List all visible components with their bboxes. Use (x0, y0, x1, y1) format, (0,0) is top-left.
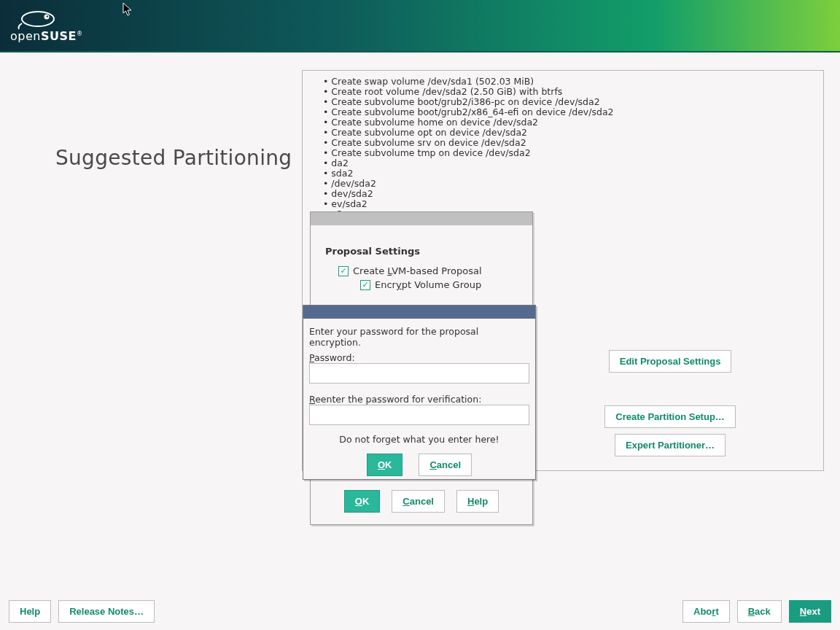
svg-point-2 (47, 15, 48, 17)
partition-item: sda2 (323, 168, 814, 179)
partition-item: Create subvolume srv on device /dev/sda2 (323, 138, 814, 148)
partition-item: Create subvolume tmp on device /dev/sda2 (323, 148, 814, 158)
footer-help-button[interactable]: Help (9, 600, 51, 623)
lvm-proposal-checkbox-row[interactable]: Create LVM-based Proposal (338, 265, 518, 276)
svg-point-0 (22, 12, 54, 26)
partition-item: da2 (323, 158, 814, 168)
footer-release-notes-button[interactable]: Release Notes… (58, 600, 155, 623)
reenter-password-label: Reenter the password for verification: (309, 394, 529, 405)
opensuse-chameleon-icon (10, 9, 58, 31)
encrypt-volume-checkbox[interactable] (360, 280, 370, 290)
brand-text: openSUSE® (10, 29, 82, 43)
footer-bar: Help Release Notes… Abort Back Next (0, 592, 840, 630)
proposal-settings-heading: Proposal Settings (325, 246, 518, 257)
password-prompt: Enter your password for the proposal enc… (309, 326, 529, 348)
partition-item: Create subvolume boot/grub2/i386-pc on d… (323, 97, 814, 107)
partition-item: ev/sda2 (323, 199, 814, 209)
partition-item: Create root volume /dev/sda2 (2.50 GiB) … (323, 87, 814, 97)
proposal-ok-button[interactable]: OK (344, 490, 381, 513)
lvm-proposal-label: Create LVM-based Proposal (353, 265, 482, 276)
partition-item: Create swap volume /dev/sda1 (502.03 MiB… (323, 77, 814, 87)
dialog-titlebar[interactable] (311, 212, 532, 225)
password-input[interactable] (309, 363, 529, 384)
encrypt-volume-checkbox-row[interactable]: Encrypt Volume Group (360, 279, 518, 290)
proposal-cancel-button[interactable]: Cancel (392, 490, 445, 513)
reenter-password-input[interactable] (309, 405, 529, 425)
partition-item: Create subvolume home on device /dev/sda… (323, 117, 814, 128)
partition-item: Create subvolume opt on device /dev/sda2 (323, 128, 814, 138)
footer-next-button[interactable]: Next (789, 600, 831, 623)
partition-item: dev/sda2 (323, 189, 814, 199)
lvm-proposal-checkbox[interactable] (338, 266, 349, 276)
dialog-titlebar[interactable] (303, 306, 535, 319)
brand-logo: openSUSE® (10, 9, 82, 43)
edit-proposal-settings-button[interactable]: Edit Proposal Settings (609, 350, 732, 373)
partition-item: Create subvolume boot/grub2/x86_64-efi o… (323, 107, 814, 117)
encrypt-volume-label: Encrypt Volume Group (375, 279, 481, 290)
header-bar: openSUSE® (0, 0, 840, 52)
password-cancel-button[interactable]: Cancel (419, 454, 472, 476)
page-title: Suggested Partitioning (55, 146, 292, 170)
partition-item: /dev/sda2 (323, 179, 814, 189)
footer-abort-button[interactable]: Abort (682, 600, 730, 623)
proposal-help-button[interactable]: Help (456, 490, 499, 513)
password-warning: Do not forget what you enter here! (309, 434, 529, 445)
password-label: Password: (309, 352, 529, 363)
main-area: Suggested Partitioning Create swap volum… (0, 52, 840, 586)
create-partition-setup-button[interactable]: Create Partition Setup… (604, 405, 736, 428)
expert-partitioner-button[interactable]: Expert Partitioner… (615, 434, 726, 456)
password-ok-button[interactable]: OK (367, 454, 403, 476)
footer-back-button[interactable]: Back (737, 600, 782, 623)
encryption-password-dialog: Enter your password for the proposal enc… (303, 305, 536, 480)
